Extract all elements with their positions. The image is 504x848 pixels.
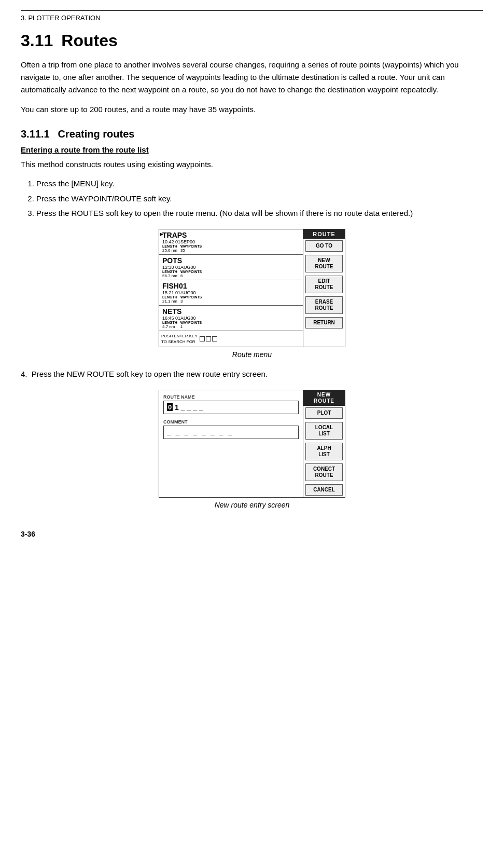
step-1: Press the [MENU] key. (36, 178, 483, 190)
goto-button[interactable]: GO TO (305, 240, 343, 252)
subsection-title: 3.11.1 Creating routes (21, 128, 483, 140)
new-route-left: ROUTE NAME 0 1 _ _ _ _ COMMENT _ _ _ _ _… (159, 390, 303, 497)
route-menu-header: ROUTE (303, 229, 345, 239)
alph-list-button[interactable]: ALPH LIST (305, 443, 343, 460)
search-box-1 (200, 336, 205, 341)
return-button[interactable]: RETURN (305, 317, 343, 329)
new-route-header: NEW ROUTE (303, 390, 345, 406)
route-menu-caption: Route menu (21, 350, 483, 359)
body-text-1: Often a trip from one place to another i… (21, 59, 477, 96)
step-4-text: 4. Press the NEW ROUTE soft key to open … (21, 368, 477, 380)
erase-route-button[interactable]: ERASE ROUTE (305, 296, 343, 314)
route-menu-box: TRAPS 10:42 01SEP00 LENGTH 25.6 nm WAYPO… (159, 229, 345, 347)
route-name-pots: POTS (162, 256, 301, 265)
new-route-right: NEW ROUTE PLOT LOCAL LIST ALPH LIST CONE… (303, 390, 345, 497)
route-name-field[interactable]: 0 1 _ _ _ _ (163, 401, 299, 414)
new-route-caption: New route entry screen (21, 501, 483, 509)
subsection-text: Creating routes (58, 128, 135, 140)
conect-route-button[interactable]: CONECT ROUTE (305, 463, 343, 481)
route-datetime-fish01: 15:21 01AUG00 (162, 290, 301, 295)
new-route-button[interactable]: NEW ROUTE (305, 255, 343, 272)
route-name-label: ROUTE NAME (163, 394, 299, 400)
body-text-2: You can store up to 200 routes, and a ro… (21, 103, 477, 116)
search-box-2 (206, 336, 211, 341)
route-entry-pots[interactable]: POTS 12:30 01AUG00 LENGTH 56.7 nm WAYPOI… (159, 255, 303, 280)
route-menu-right: ROUTE GO TO NEW ROUTE EDIT ROUTE ERASE R… (303, 229, 345, 347)
route-datetime-pots: 12:30 01AUG00 (162, 265, 301, 270)
route-menu-left: TRAPS 10:42 01SEP00 LENGTH 25.6 nm WAYPO… (159, 229, 303, 347)
search-box-3 (212, 336, 217, 341)
step-2: Press the WAYPOINT/ROUTE soft key. (36, 193, 483, 205)
underline-heading: Entering a route from the route list (21, 145, 483, 154)
search-boxes (200, 336, 217, 341)
comment-field[interactable]: _ _ _ _ _ _ _ _ (163, 426, 299, 439)
edit-route-button[interactable]: EDIT ROUTE (305, 276, 343, 293)
route-name-rest: 1 _ _ _ _ (173, 403, 203, 412)
route-datetime-nets: 16:45 01AUG00 (162, 316, 301, 321)
steps-list: Press the [MENU] key. Press the WAYPOINT… (36, 178, 483, 220)
new-route-diagram: ROUTE NAME 0 1 _ _ _ _ COMMENT _ _ _ _ _… (21, 390, 483, 498)
push-enter-box: PUSH ENTER KEY TO SEARCH FOR (159, 331, 303, 347)
section-title: 3.11 Routes (21, 31, 483, 50)
route-datetime-traps: 10:42 01SEP00 (162, 239, 301, 244)
section-num: 3.11 (21, 31, 53, 50)
route-name-nets: NETS (162, 307, 301, 316)
section-text: Routes (61, 31, 117, 50)
subsection-num: 3.11.1 (21, 128, 50, 140)
route-entry-nets[interactable]: NETS 16:45 01AUG00 LENGTH 4.7 nm WAYPOIN… (159, 306, 303, 331)
cancel-button[interactable]: CANCEL (305, 484, 343, 496)
route-menu-diagram: TRAPS 10:42 01SEP00 LENGTH 25.6 nm WAYPO… (21, 229, 483, 347)
comment-label: COMMENT (163, 419, 299, 425)
route-entry-traps[interactable]: TRAPS 10:42 01SEP00 LENGTH 25.6 nm WAYPO… (159, 229, 303, 255)
route-name-fish01: FISH01 (162, 282, 301, 290)
plot-button[interactable]: PLOT (305, 407, 343, 419)
local-list-button[interactable]: LOCAL LIST (305, 422, 343, 440)
comment-value: _ _ _ _ _ _ _ _ (167, 428, 233, 436)
intro-text: This method constructs routes using exis… (21, 158, 477, 171)
new-route-box: ROUTE NAME 0 1 _ _ _ _ COMMENT _ _ _ _ _… (159, 390, 345, 498)
step-3: Press the ROUTES soft key to open the ro… (36, 208, 483, 220)
route-name-cursor: 0 (167, 403, 173, 411)
route-entry-fish01[interactable]: FISH01 15:21 01AUG00 LENGTH 21.1 nm WAYP… (159, 280, 303, 306)
chapter-header: 3. PLOTTER OPERATION (21, 10, 483, 22)
page-number: 3-36 (21, 530, 483, 538)
route-name-traps: TRAPS (162, 231, 301, 239)
